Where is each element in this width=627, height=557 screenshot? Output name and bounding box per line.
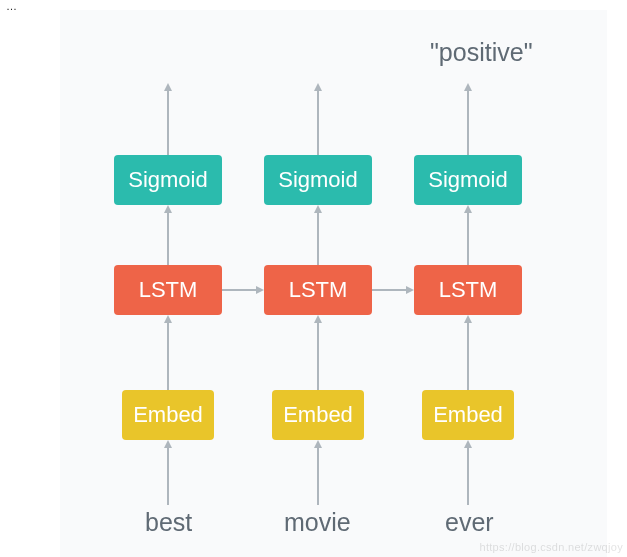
embed-block-3: Embed	[422, 390, 514, 440]
sigmoid-block-1: Sigmoid	[114, 155, 222, 205]
diagram-canvas: "positive" Sigmoid Sigmoid Sigmoid LSTM	[60, 10, 607, 557]
watermark-text: https://blog.csdn.net/zwqjoy	[479, 541, 623, 553]
embed-block-1: Embed	[122, 390, 214, 440]
embed-block-2: Embed	[272, 390, 364, 440]
lstm-block-1: LSTM	[114, 265, 222, 315]
input-word-1: best	[145, 508, 192, 537]
output-label: "positive"	[430, 38, 533, 67]
input-word-3: ever	[445, 508, 494, 537]
lstm-block-3: LSTM	[414, 265, 522, 315]
cropped-text-fragment: …	[6, 0, 17, 12]
sigmoid-block-2: Sigmoid	[264, 155, 372, 205]
lstm-block-2: LSTM	[264, 265, 372, 315]
input-word-2: movie	[284, 508, 351, 537]
sigmoid-block-3: Sigmoid	[414, 155, 522, 205]
